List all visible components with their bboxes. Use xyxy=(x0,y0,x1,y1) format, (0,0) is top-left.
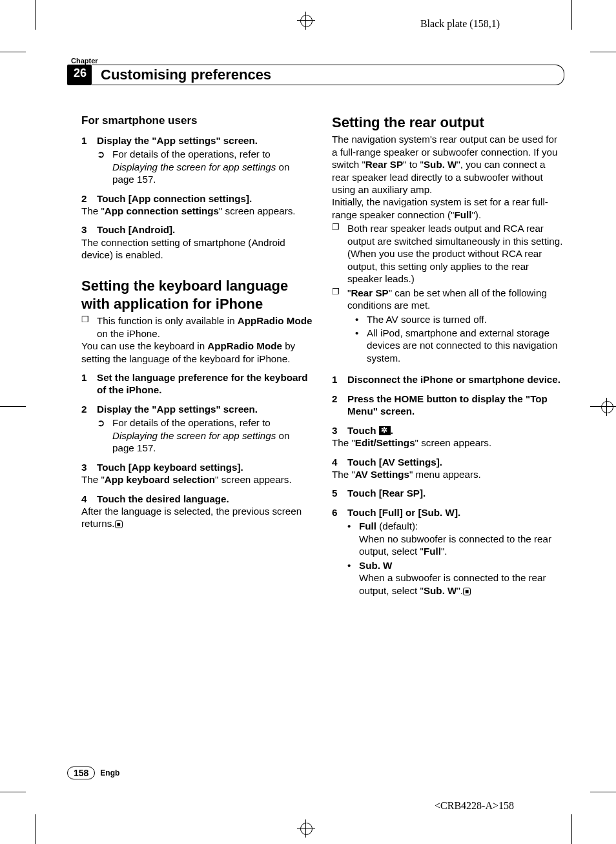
page-footer: 158 Engb xyxy=(67,767,119,779)
note-text: on the iPhone. xyxy=(97,328,160,339)
bullet-text: The AV source is turned off. xyxy=(367,313,487,325)
end-mark-icon: ■ xyxy=(115,520,123,528)
step-number: 1 xyxy=(81,371,97,396)
step-title: Touch [AV Settings]. xyxy=(347,456,564,468)
step: 1 Set the language preference for the ke… xyxy=(81,371,314,396)
step-title: Display the "App settings" screen. xyxy=(97,134,314,147)
step: 6 Touch [Full] or [Sub. W]. xyxy=(332,506,564,519)
crop-mark xyxy=(571,814,572,844)
step: 4 Touch [AV Settings]. xyxy=(332,456,564,468)
step-title: Touch [Rear SP]. xyxy=(347,487,564,499)
registration-mark-icon xyxy=(598,398,616,416)
intro-text: You can use the keyboard in AppRadio Mod… xyxy=(81,340,314,365)
crop-mark xyxy=(0,406,26,407)
ref-icon: ➲ xyxy=(97,148,112,185)
step-number: 2 xyxy=(81,192,97,205)
chapter-number: 26 xyxy=(67,65,92,85)
folio: <CRB4228-A>158 xyxy=(435,800,514,812)
note-bullet: ❐ This function is only available in App… xyxy=(81,314,314,340)
ref-text: For details of the operations, refer to xyxy=(112,417,271,428)
ref-ital: Displaying the screen for app settings xyxy=(112,430,276,441)
crop-mark xyxy=(590,792,616,792)
option-name: Full xyxy=(359,520,376,531)
reference-bullet: ➲ For details of the operations, refer t… xyxy=(81,417,314,454)
reference-bullet: ➲ For details of the operations, refer t… xyxy=(81,148,314,185)
step-body: The "App keyboard selection" screen appe… xyxy=(81,473,314,486)
option-name: Sub. W xyxy=(359,560,392,571)
step-number: 1 xyxy=(332,373,347,386)
crop-mark xyxy=(35,0,36,30)
footer-lang: Engb xyxy=(100,768,119,777)
paragraph: The navigation system's rear output can … xyxy=(332,133,564,196)
settings-icon xyxy=(379,426,391,435)
step-number: 1 xyxy=(81,134,97,147)
step-number: 4 xyxy=(332,456,347,468)
note-text: Both rear speaker leads output and RCA r… xyxy=(347,222,564,285)
step-number: 2 xyxy=(332,393,347,418)
step-number: 2 xyxy=(81,403,97,415)
crop-mark xyxy=(0,792,26,792)
dot-icon: • xyxy=(355,327,367,364)
step-body: The "App connection settings" screen app… xyxy=(81,205,314,217)
content-columns: For smartphone users 1 Display the "App … xyxy=(81,114,564,747)
step-body: The connection setting of smartphone (An… xyxy=(81,236,314,262)
step-title: Touch the desired language. xyxy=(97,493,314,505)
paragraph: Initially, the navigation system is set … xyxy=(332,196,564,221)
step-body: The "AV Settings" menu appears. xyxy=(332,468,564,480)
note-bold: Rear SP xyxy=(351,287,388,298)
note-text: This function is only available in xyxy=(97,315,238,326)
step-title: Touch [App connection settings]. xyxy=(97,192,314,205)
dot-icon: • xyxy=(347,559,359,597)
step: 2 Press the HOME button to display the "… xyxy=(332,393,564,418)
end-mark-icon: ■ xyxy=(463,588,471,595)
chapter-header: Chapter 26 Customising preferences xyxy=(67,57,564,85)
option-bullet: • Full (default): When no subwoofer is c… xyxy=(332,520,564,557)
sub-bullet: • All iPod, smartphone and external stor… xyxy=(332,327,564,364)
box-icon: ❐ xyxy=(332,287,347,312)
step-number: 3 xyxy=(81,461,97,473)
step: 3 Touch [Android]. xyxy=(81,223,314,236)
step-title: Display the "App settings" screen. xyxy=(97,403,314,415)
left-column: For smartphone users 1 Display the "App … xyxy=(81,114,314,747)
crop-mark xyxy=(35,814,36,844)
section-heading: Setting the keyboard language with appli… xyxy=(81,277,314,313)
step-body: After the language is selected, the prev… xyxy=(81,505,314,530)
plate-label: Black plate (158,1) xyxy=(420,18,500,30)
step-number: 5 xyxy=(332,487,347,499)
section-heading: For smartphone users xyxy=(81,114,314,128)
step: 1 Display the "App settings" screen. xyxy=(81,134,314,147)
ref-ital: Displaying the screen for app settings xyxy=(112,161,276,172)
note-bullet: ❐ "Rear SP" can be set when all of the f… xyxy=(332,287,564,312)
step-title: Touch [Android]. xyxy=(97,223,314,236)
chapter-title: Customising preferences xyxy=(101,67,271,83)
chapter-label: Chapter xyxy=(71,57,564,65)
step-title: Touch . xyxy=(347,424,564,437)
dot-icon: • xyxy=(347,520,359,557)
step-title: Disconnect the iPhone or smartphone devi… xyxy=(347,373,564,386)
note-bold: AppRadio Mode xyxy=(238,315,313,326)
step: 4 Touch the desired language. xyxy=(81,493,314,505)
registration-mark-icon xyxy=(297,819,315,838)
right-column: Setting the rear output The navigation s… xyxy=(332,114,564,747)
crop-mark xyxy=(571,0,572,30)
step: 2 Touch [App connection settings]. xyxy=(81,192,314,205)
step-number: 3 xyxy=(332,424,347,437)
crop-mark xyxy=(590,52,616,52)
sub-bullet: • The AV source is turned off. xyxy=(332,313,564,325)
step: 5 Touch [Rear SP]. xyxy=(332,487,564,499)
section-heading: Setting the rear output xyxy=(332,114,564,132)
dot-icon: • xyxy=(355,313,367,325)
step: 3 Touch . xyxy=(332,424,564,437)
step-title: Touch [App keyboard settings]. xyxy=(97,461,314,473)
option-desc: When no subwoofer is connected to the re… xyxy=(359,533,551,557)
step: 3 Touch [App keyboard settings]. xyxy=(81,461,314,473)
step-number: 6 xyxy=(332,506,347,519)
step: 1 Disconnect the iPhone or smartphone de… xyxy=(332,373,564,386)
step-title: Press the HOME button to display the "To… xyxy=(347,393,564,418)
ref-icon: ➲ xyxy=(97,417,112,454)
crop-mark xyxy=(0,52,26,52)
note-bullet: ❐ Both rear speaker leads output and RCA… xyxy=(332,222,564,285)
step-number: 4 xyxy=(81,493,97,505)
step-body: The "Edit/Settings" screen appears. xyxy=(332,437,564,449)
page-number: 158 xyxy=(67,767,95,779)
